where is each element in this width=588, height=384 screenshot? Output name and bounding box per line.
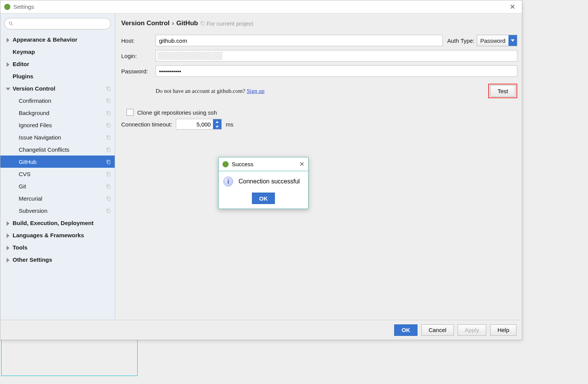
app-icon	[223, 161, 229, 167]
sidebar-item-issue-navigation[interactable]: Issue Navigation	[0, 131, 115, 143]
sidebar-item-label: Languages & Frameworks	[13, 232, 84, 238]
sidebar-item-cvs[interactable]: CVS	[0, 168, 115, 180]
titlebar: Settings ✕	[0, 0, 522, 13]
signup-link[interactable]: Sign up	[247, 88, 265, 94]
spinner-up-icon[interactable]	[213, 119, 221, 124]
copy-icon	[106, 159, 112, 164]
password-label: Password:	[121, 68, 156, 75]
copy-icon	[200, 21, 205, 26]
sidebar-item-label: Editor	[13, 61, 29, 67]
chevron-right-icon	[6, 233, 10, 237]
sidebar-item-background[interactable]: Background	[0, 107, 115, 119]
sidebar-item-label: Ignored Files	[19, 122, 52, 128]
copy-icon	[106, 147, 112, 152]
apply-button[interactable]: Apply	[458, 324, 487, 336]
sidebar-item-label: Tools	[13, 244, 28, 251]
sidebar-item-ignored-files[interactable]: Ignored Files	[0, 119, 115, 131]
sidebar-item-version-control[interactable]: Version Control	[0, 82, 115, 94]
copy-icon	[106, 183, 112, 189]
copy-icon	[106, 98, 112, 103]
sidebar-item-build-execution-deployment[interactable]: Build, Execution, Deployment	[0, 217, 115, 229]
sidebar-item-label: Version Control	[13, 85, 55, 92]
breadcrumb-leaf: GitHub	[176, 19, 198, 27]
sidebar-item-confirmation[interactable]: Confirmation	[0, 94, 115, 107]
copy-icon	[106, 134, 112, 140]
search-input[interactable]	[16, 21, 107, 27]
sidebar-item-languages-frameworks[interactable]: Languages & Frameworks	[0, 229, 115, 241]
copy-icon	[106, 196, 112, 201]
sidebar-item-other-settings[interactable]: Other Settings	[0, 253, 115, 266]
sidebar-item-git[interactable]: Git	[0, 180, 115, 192]
sidebar-item-label: Keymap	[13, 49, 35, 55]
sidebar-item-label: CVS	[19, 171, 31, 177]
timeout-unit: ms	[226, 121, 233, 128]
sidebar-item-label: Background	[19, 110, 49, 116]
settings-window: Settings ✕ Appearance & BehaviorKeymapEd…	[0, 0, 522, 340]
host-input[interactable]	[156, 35, 443, 46]
breadcrumb-hint: For current project	[200, 20, 253, 27]
copy-icon	[106, 208, 112, 213]
app-icon	[4, 4, 10, 10]
timeout-spinner[interactable]	[176, 119, 222, 130]
login-input[interactable]	[156, 50, 517, 62]
close-icon[interactable]: ✕	[299, 160, 304, 168]
clone-ssh-label: Clone git repositories using ssh	[137, 109, 217, 116]
auth-type-combo[interactable]: Password	[477, 35, 517, 46]
sidebar: Appearance & BehaviorKeymapEditorPlugins…	[0, 13, 115, 320]
chevron-down-icon	[508, 35, 517, 46]
test-button[interactable]: Test	[490, 85, 515, 97]
sidebar-item-label: Plugins	[13, 73, 33, 79]
host-label: Host:	[121, 37, 156, 44]
search-input-wrap[interactable]	[4, 18, 111, 29]
breadcrumb: Version Control › GitHub For current pro…	[121, 19, 517, 27]
sidebar-item-keymap[interactable]: Keymap	[0, 45, 115, 58]
dialog-ok-button[interactable]: OK	[252, 193, 275, 204]
sidebar-item-tools[interactable]: Tools	[0, 241, 115, 253]
chevron-right-icon	[6, 245, 10, 250]
window-title: Settings	[13, 3, 507, 10]
no-account-text: Do not have an account at github.com?	[156, 88, 245, 94]
sidebar-item-label: Confirmation	[19, 97, 51, 104]
sidebar-item-label: Other Settings	[13, 256, 52, 263]
copy-icon	[106, 122, 112, 128]
clone-ssh-checkbox[interactable]	[127, 109, 133, 116]
sidebar-item-editor[interactable]: Editor	[0, 58, 115, 70]
breadcrumb-root: Version Control	[121, 19, 170, 27]
chevron-right-icon	[6, 220, 10, 225]
sidebar-item-changelist-conflicts[interactable]: Changelist Conflicts	[0, 143, 115, 156]
info-icon: i	[223, 177, 233, 186]
sidebar-item-label: Mercurial	[19, 195, 42, 202]
content-pane: Version Control › GitHub For current pro…	[115, 13, 522, 320]
sidebar-item-subversion[interactable]: Subversion	[0, 204, 115, 217]
sidebar-item-label: Subversion	[19, 207, 47, 214]
help-button[interactable]: Help	[490, 324, 517, 336]
sidebar-item-appearance-behavior[interactable]: Appearance & Behavior	[0, 33, 115, 45]
sidebar-item-plugins[interactable]: Plugins	[0, 70, 115, 82]
sidebar-item-github[interactable]: GitHub	[0, 156, 115, 168]
chevron-right-icon	[6, 37, 10, 42]
sidebar-item-label: Issue Navigation	[19, 134, 61, 141]
dialog-message: Connection successful	[239, 178, 300, 185]
chevron-right-icon	[6, 257, 10, 262]
timeout-label: Connection timeout:	[121, 121, 172, 128]
settings-tree: Appearance & BehaviorKeymapEditorPlugins…	[0, 33, 115, 320]
ok-button[interactable]: OK	[394, 324, 417, 336]
success-dialog: Success ✕ i Connection successful OK	[218, 157, 309, 209]
auth-type-value: Password	[477, 37, 508, 44]
sidebar-item-label: Changelist Conflicts	[19, 146, 70, 153]
sidebar-item-label: Build, Execution, Deployment	[13, 220, 94, 226]
test-button-highlight: Test	[488, 84, 517, 98]
sidebar-item-label: Appearance & Behavior	[13, 36, 77, 43]
login-label: Login:	[121, 53, 156, 59]
dialog-title: Success	[232, 161, 299, 167]
copy-icon	[106, 86, 112, 91]
footer: OK Cancel Apply Help	[0, 320, 522, 340]
sidebar-item-mercurial[interactable]: Mercurial	[0, 192, 115, 204]
breadcrumb-sep: ›	[172, 19, 174, 27]
close-icon[interactable]: ✕	[507, 3, 518, 11]
chevron-down-icon	[6, 86, 10, 91]
spinner-down-icon[interactable]	[213, 124, 221, 129]
password-input[interactable]	[156, 65, 517, 77]
timeout-input[interactable]	[176, 119, 213, 129]
cancel-button[interactable]: Cancel	[421, 324, 454, 336]
